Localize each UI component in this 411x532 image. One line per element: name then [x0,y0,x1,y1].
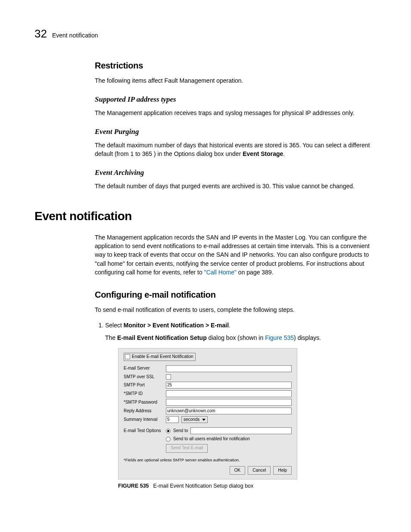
summary-interval-input[interactable]: 5 [166,416,179,423]
dialog-footnote: *Fields are optional unless SMTP server … [124,457,292,463]
page-header-title: Event notification [52,31,98,40]
figure-link[interactable]: Figure 535 [265,334,294,341]
enable-notification-checkbox[interactable]: Enable E-mail Event Notification [124,353,196,361]
help-button[interactable]: Help [273,466,292,475]
event-notification-body: The Management application records the S… [95,233,377,277]
test-options-label: E-mail Test Options [124,428,163,434]
smtp-ssl-label: SMTP over SSL [124,374,163,380]
step1-body-post: ) displays. [294,334,321,341]
send-all-label: Send to all users enabled for notificati… [173,436,250,442]
reply-address-label: Reply Address [124,408,163,414]
event-notification-heading: Event notification [34,208,377,225]
cancel-button[interactable]: Cancel [248,466,271,475]
smtp-password-input[interactable] [166,399,292,406]
enable-label: Enable E-mail Event Notification [132,354,193,360]
step1-body-pre: The [105,334,117,341]
supported-ip-heading: Supported IP address types [95,94,377,105]
page-number: 32 [34,26,47,42]
summary-interval-unit: seconds [184,417,199,423]
restrictions-heading: Restrictions [95,59,377,72]
figure-caption: FIGURE 535E-mail Event Notification Setu… [118,482,377,490]
step1-pre: Select [105,322,124,329]
supported-ip-body: The Management application receives trap… [95,109,377,117]
send-to-label: Send to [173,428,188,434]
send-test-button[interactable]: Send Test E-mail [166,444,208,453]
event-purging-post: . [283,150,285,157]
send-to-input[interactable] [190,427,292,434]
event-purging-pre: The default maximum number of days that … [95,142,370,157]
email-setup-dialog: Enable E-mail Event Notification E-mail … [118,348,297,479]
step1-body: The E-mail Event Notification Setup dial… [105,333,377,342]
event-purging-bold: Event Storage [243,150,283,157]
email-server-label: E-mail Server [124,365,163,372]
smtp-id-input[interactable] [166,390,292,397]
step1-body-mid: dialog box (shown in [207,334,265,341]
step1-bold: Monitor > Event Notification > E-mail [124,322,229,329]
event-notification-post: on page 389. [237,269,274,276]
smtp-password-label: *SMTP Password [124,399,163,406]
figure-caption-text: E-mail Event Notification Setup dialog b… [153,483,254,489]
reply-address-input[interactable]: unknown@unknown.com [166,408,292,414]
chevron-down-icon [202,419,206,421]
step1-body-bold: E-mail Event Notification Setup [117,334,207,341]
restrictions-intro: The following items affect Fault Managem… [95,76,377,85]
call-home-link[interactable]: "Call Home" [204,269,237,276]
checkbox-icon [125,354,130,359]
configuring-intro: To send e-mail notification of events to… [95,305,377,314]
send-all-radio[interactable] [166,437,171,442]
smtp-id-label: *SMTP ID [124,391,163,397]
smtp-port-input[interactable]: 25 [166,382,292,389]
event-archiving-heading: Event Archiving [95,168,377,178]
email-server-input[interactable] [166,365,292,372]
send-to-radio[interactable] [166,429,171,433]
step-1: Select Monitor > Event Notification > E-… [105,321,377,490]
summary-interval-label: Summary Interval [124,417,163,423]
ok-button[interactable]: OK [230,466,245,475]
page-header: 32 Event notification [34,26,377,42]
configuring-heading: Configuring e-mail notification [95,289,377,301]
smtp-ssl-checkbox[interactable] [166,374,171,380]
steps-list: Select Monitor > Event Notification > E-… [95,321,377,490]
event-archiving-body: The default number of days that purged e… [95,182,377,190]
summary-interval-unit-select[interactable]: seconds [181,416,208,423]
smtp-port-label: SMTP Port [124,382,163,389]
event-purging-heading: Event Purging [95,127,377,137]
step1-post: . [229,322,230,329]
figure-label: FIGURE 535 [118,483,149,489]
event-purging-body: The default maximum number of days that … [95,141,377,159]
